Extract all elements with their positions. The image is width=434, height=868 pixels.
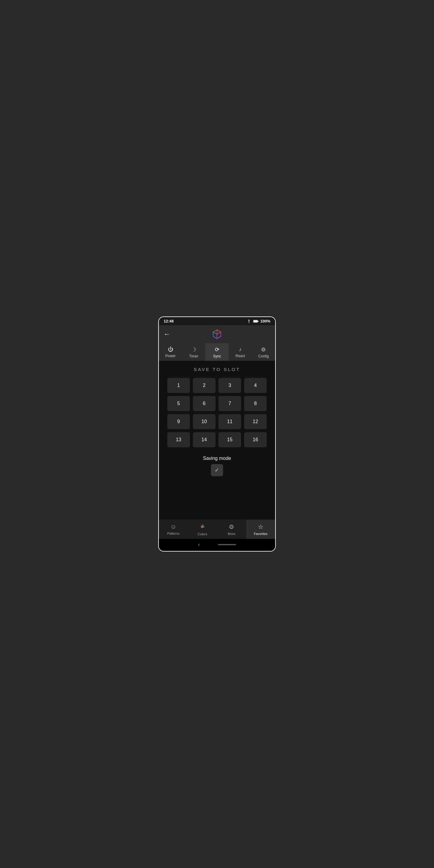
tab-config[interactable]: ⚙ Config xyxy=(252,343,275,361)
slot-grid: 12345678910111213141516 xyxy=(167,378,267,447)
nav-colors-label: Colors xyxy=(198,532,207,536)
slot-button-12[interactable]: 12 xyxy=(244,414,267,429)
svg-rect-2 xyxy=(253,320,258,322)
app-logo xyxy=(212,329,222,340)
favorites-icon: ☆ xyxy=(258,523,264,530)
nav-patterns[interactable]: ☺ Patterns xyxy=(159,520,188,539)
react-icon: ♪ xyxy=(239,346,242,352)
tab-config-label: Config xyxy=(258,354,269,358)
slot-button-2[interactable]: 2 xyxy=(193,378,216,393)
status-bar: 12:48 100% xyxy=(159,317,275,325)
svg-point-14 xyxy=(203,526,204,527)
tab-timer-label: Timer xyxy=(189,354,198,358)
phone-frame: 12:48 100% ← xyxy=(158,316,276,552)
slot-button-3[interactable]: 3 xyxy=(218,378,241,393)
tab-power[interactable]: ⏻ Power xyxy=(159,343,182,361)
battery-percent: 100% xyxy=(260,319,270,323)
time-display: 12:48 xyxy=(164,319,174,323)
svg-rect-3 xyxy=(258,321,258,321)
tab-sync-label: Sync xyxy=(213,354,221,358)
tab-bar: ⏻ Power ☽ Timer ⟳ Sync ♪ React ⚙ Config xyxy=(159,343,275,361)
tab-react-label: React xyxy=(236,354,245,358)
slot-button-4[interactable]: 4 xyxy=(244,378,267,393)
status-icons: 100% xyxy=(247,319,270,323)
svg-point-0 xyxy=(249,322,249,323)
nav-favorites-label: Favorites xyxy=(254,532,267,535)
save-title: SAVE TO SLOT xyxy=(194,367,241,372)
slot-button-10[interactable]: 10 xyxy=(193,414,216,429)
nav-more[interactable]: ⚙ More xyxy=(217,520,246,539)
slot-button-16[interactable]: 16 xyxy=(244,432,267,447)
nav-more-label: More xyxy=(228,532,236,535)
main-content: SAVE TO SLOT 12345678910111213141516 Sav… xyxy=(159,361,275,520)
colors-icon xyxy=(199,523,206,531)
svg-line-9 xyxy=(213,332,217,334)
tab-react[interactable]: ♪ React xyxy=(229,343,252,361)
tab-timer[interactable]: ☽ Timer xyxy=(182,343,205,361)
svg-point-13 xyxy=(202,524,204,526)
slot-button-5[interactable]: 5 xyxy=(167,396,190,411)
nav-favorites[interactable]: ☆ Favorites xyxy=(246,520,276,539)
saving-mode-section: Saving mode ✓ xyxy=(203,456,231,476)
slot-button-15[interactable]: 15 xyxy=(218,432,241,447)
more-icon: ⚙ xyxy=(229,523,234,530)
saving-mode-label: Saving mode xyxy=(203,456,231,461)
slot-button-6[interactable]: 6 xyxy=(193,396,216,411)
slot-button-8[interactable]: 8 xyxy=(244,396,267,411)
tab-power-label: Power xyxy=(165,354,176,358)
bottom-nav: ☺ Patterns Colors ⚙ More ☆ Favorites xyxy=(159,520,275,539)
slot-button-11[interactable]: 11 xyxy=(218,414,241,429)
home-indicator[interactable] xyxy=(218,544,236,545)
slot-button-13[interactable]: 13 xyxy=(167,432,190,447)
power-icon: ⏻ xyxy=(168,346,173,352)
app-header: ← xyxy=(159,325,275,343)
svg-line-10 xyxy=(217,332,221,334)
tab-sync[interactable]: ⟳ Sync xyxy=(205,343,228,361)
config-icon: ⚙ xyxy=(261,346,266,353)
timer-icon: ☽ xyxy=(191,346,196,353)
slot-button-1[interactable]: 1 xyxy=(167,378,190,393)
battery-icon xyxy=(253,319,258,323)
back-gesture-button[interactable]: ‹ xyxy=(198,542,199,547)
system-nav-bar: ‹ xyxy=(159,539,275,551)
svg-point-15 xyxy=(201,527,203,528)
nav-patterns-label: Patterns xyxy=(167,532,180,535)
sync-icon: ⟳ xyxy=(215,346,219,353)
slot-button-14[interactable]: 14 xyxy=(193,432,216,447)
patterns-icon: ☺ xyxy=(170,523,176,530)
slot-button-7[interactable]: 7 xyxy=(218,396,241,411)
saving-mode-checkbox[interactable]: ✓ xyxy=(211,464,223,476)
slot-button-9[interactable]: 9 xyxy=(167,414,190,429)
nav-colors[interactable]: Colors xyxy=(188,520,217,539)
wifi-icon xyxy=(247,319,251,323)
back-button[interactable]: ← xyxy=(164,330,170,338)
